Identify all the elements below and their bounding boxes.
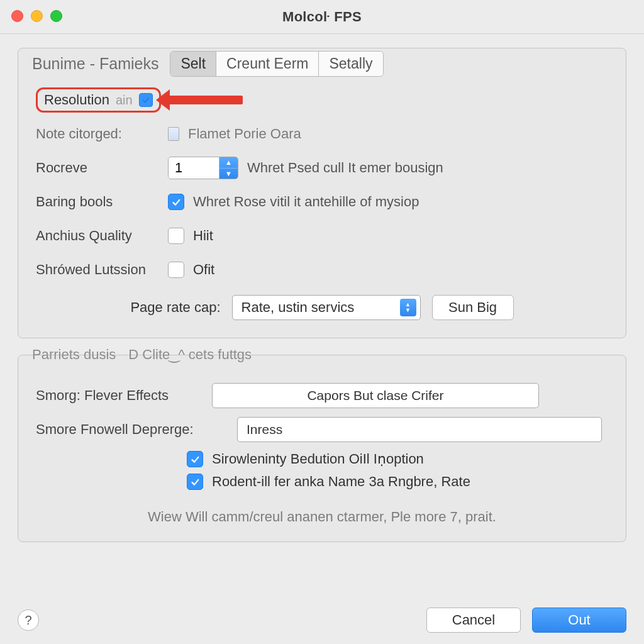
extra1-row: Sirowleninty Bedution OiIl Iṇoption	[187, 451, 608, 467]
advanced-legend: Parriets dusis D Clite ͜ ^ cets futtgs	[18, 347, 626, 363]
advanced-desc: D Clite ͜ ^ cets futtgs	[128, 347, 252, 363]
tab-selt[interactable]: Selt	[170, 52, 216, 76]
baring-row: Baring bools Whret Rose vitil it antehil…	[36, 187, 608, 217]
rocreve-label: Rocreve	[36, 160, 168, 176]
extra1-checkbox[interactable]	[187, 451, 203, 467]
pagecap-select-value: Rate, ustin servics	[242, 299, 400, 316]
smorg-field[interactable]	[212, 383, 539, 408]
rocreve-field[interactable]	[169, 158, 219, 178]
hint-text: Wiew Will camm/creul ananen ctarmer, Ple…	[36, 509, 608, 525]
baring-checkbox[interactable]	[168, 194, 184, 210]
anchius-label: Anchius Quality	[36, 228, 168, 244]
close-window-button[interactable]	[11, 10, 23, 22]
rocreve-text: Whret Psed cull It emer bousign	[247, 160, 443, 176]
group-header: Bunime - Famieks Selt Creunt Eerm Setall…	[18, 47, 626, 80]
footer: ? Cancel Out	[0, 608, 644, 633]
extra2-text: Rodent-ill fer anka Name 3a Rngbre, Rate	[212, 474, 470, 490]
smorg-label: Smorg: Flever Effects	[36, 387, 212, 404]
advanced-title: Parriets dusis	[32, 347, 116, 363]
sun-big-button[interactable]: Sun Big	[432, 295, 514, 320]
ok-button[interactable]: Out	[532, 608, 626, 633]
cancel-button[interactable]: Cancel	[426, 608, 521, 633]
minimize-window-button[interactable]	[31, 10, 43, 22]
note-text: Flamet Porie Oara	[188, 126, 301, 142]
note-row: Note citorged: Flamet Porie Oara	[36, 119, 608, 149]
stepper-buttons: ▲ ▼	[219, 157, 238, 179]
stepper-up-icon[interactable]: ▲	[219, 157, 238, 169]
extra2-row: Rodent-ill fer anka Name 3a Rngbre, Rate	[187, 474, 608, 490]
shrowed-row: Shrówed Lutssion Ofit	[36, 255, 608, 285]
maximize-window-button[interactable]	[50, 10, 62, 22]
group-title: Bunime - Famieks	[32, 55, 170, 73]
settings-group: Bunime - Famieks Selt Creunt Eerm Setall…	[18, 48, 626, 338]
shrowed-label: Shrówed Lutssion	[36, 262, 168, 278]
info-icon	[168, 127, 179, 141]
window-title: Molcoŀ FPS	[282, 9, 362, 25]
select-arrow-icon: ▲▼	[400, 299, 416, 316]
advanced-desc-text: D Clite ͜ ^ cets futtgs	[128, 347, 252, 363]
note-label: Note citorged:	[36, 126, 168, 142]
pagecap-row: Page rate cap: Rate, ustin servics ▲▼ Su…	[36, 295, 608, 320]
help-button[interactable]: ?	[18, 609, 39, 631]
tab-segmented-control: Selt Creunt Eerm Setally	[170, 51, 383, 77]
anchius-checkbox[interactable]	[168, 228, 184, 244]
traffic-lights	[11, 10, 62, 22]
resolution-highlight: Resolution ain	[36, 87, 161, 113]
resolution-sublabel: ain	[116, 93, 133, 108]
smore-field[interactable]	[237, 417, 602, 442]
smorg-row: Smorg: Flever Effects	[36, 380, 608, 411]
pagecap-label: Page rate cap:	[130, 299, 220, 316]
tab-setally[interactable]: Setally	[318, 52, 382, 76]
anchius-text: Hiit	[193, 228, 213, 244]
rocreve-row: Rocreve ▲ ▼ Whret Psed cull It emer bous…	[36, 153, 608, 183]
main-content: Bunime - Famieks Selt Creunt Eerm Setall…	[0, 34, 644, 542]
resolution-row: Resolution ain	[36, 85, 608, 115]
extra1-text: Sirowleninty Bedution OiIl Iṇoption	[212, 451, 424, 467]
extra2-checkbox[interactable]	[187, 474, 203, 490]
stepper-down-icon[interactable]: ▼	[219, 169, 238, 179]
anchius-row: Anchius Quality Hiit	[36, 221, 608, 251]
note-value: Flamet Porie Oara	[168, 126, 608, 142]
resolution-label: Resolution	[44, 92, 109, 108]
advanced-group: Parriets dusis D Clite ͜ ^ cets futtgs S…	[18, 355, 626, 542]
resolution-checkbox[interactable]	[139, 93, 153, 107]
rocreve-stepper[interactable]: ▲ ▼	[168, 157, 238, 179]
smore-label: Smore Fnowell Deprerge:	[36, 421, 237, 438]
baring-label: Baring bools	[36, 194, 168, 210]
shrowed-checkbox[interactable]	[168, 262, 184, 278]
tab-creunt-eerm[interactable]: Creunt Eerm	[216, 52, 318, 76]
baring-text: Whret Rose vitil it antehille of mysiop	[193, 194, 419, 210]
smore-row: Smore Fnowell Deprerge:	[36, 414, 608, 445]
annotation-arrow-icon	[167, 96, 243, 104]
pagecap-select[interactable]: Rate, ustin servics ▲▼	[232, 295, 421, 320]
shrowed-text: Ofit	[193, 262, 214, 278]
titlebar: Molcoŀ FPS	[0, 0, 644, 34]
